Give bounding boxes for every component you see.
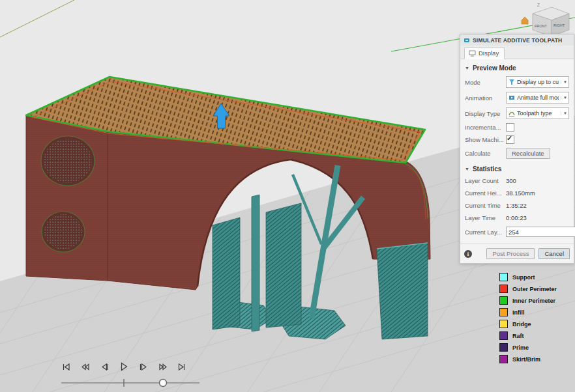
inner-perimeter-swatch xyxy=(499,296,508,305)
info-icon[interactable]: i xyxy=(464,250,472,258)
legend-label: Support xyxy=(512,274,535,281)
current-time-label: Current Time xyxy=(465,202,506,209)
stat-row: Current Lay... xyxy=(465,227,569,237)
chevron-down-icon: ▼ xyxy=(561,111,567,115)
outer-perimeter-swatch xyxy=(499,285,508,293)
cancel-button[interactable]: Cancel xyxy=(538,248,570,259)
post-process-button[interactable]: Post Process xyxy=(486,248,535,259)
legend-label: Bridge xyxy=(512,321,531,328)
display-type-value: Toolpath type xyxy=(517,110,559,117)
chevron-down-icon: ▼ xyxy=(561,96,567,100)
current-layer-label: Current Lay... xyxy=(465,229,506,236)
hole-lower xyxy=(42,212,85,252)
display-mode-icon xyxy=(509,79,515,85)
z-axis-label: Z xyxy=(537,3,540,7)
support-swatch xyxy=(499,273,508,281)
y-axis-line xyxy=(0,0,74,37)
mode-dropdown[interactable]: Display up to curre... ▼ xyxy=(506,76,569,88)
viewcube-front-label: FRONT xyxy=(535,24,548,28)
display-tab-icon xyxy=(469,50,476,57)
incremental-label: Incrementa... xyxy=(465,124,506,131)
animation-icon xyxy=(509,94,515,101)
application-window: Z FRONT RIGHT SIMULATE ADDITIVE TOOLPATH… xyxy=(0,0,575,392)
current-time-value: 1:35:22 xyxy=(506,202,527,209)
legend-item: Inner Perimeter xyxy=(499,296,557,305)
collapse-triangle-icon: ▼ xyxy=(465,66,469,70)
legend-label: Skirt/Brim xyxy=(512,356,540,363)
dialog-header[interactable]: SIMULATE ADDITIVE TOOLPATH xyxy=(460,35,574,46)
tab-display-label: Display xyxy=(479,49,499,57)
rewind-button[interactable] xyxy=(78,359,93,374)
legend-item: Bridge xyxy=(499,320,557,328)
slider-handle[interactable] xyxy=(160,380,167,387)
legend-item: Raft xyxy=(499,331,557,340)
skip-to-start-button[interactable] xyxy=(59,359,73,374)
dialog-footer: i Post Process Cancel xyxy=(460,244,574,263)
dialog-title: SIMULATE ADDITIVE TOOLPATH xyxy=(473,37,562,44)
stat-row: Layer Count 300 xyxy=(465,177,569,184)
legend-item: Outer Perimeter xyxy=(499,285,557,293)
stat-row: Current Time 1:35:22 xyxy=(465,202,569,209)
animation-label: Animation xyxy=(465,94,506,102)
section-preview-mode[interactable]: ▼ Preview Mode xyxy=(465,64,569,72)
bridge-swatch xyxy=(499,320,508,328)
mode-value: Display up to curre... xyxy=(517,79,559,85)
legend-item: Prime xyxy=(499,343,557,352)
play-button[interactable] xyxy=(117,359,131,374)
legend-item: Infill xyxy=(499,308,557,316)
layer-time-label: Layer Time xyxy=(465,214,506,221)
simulate-toolpath-icon xyxy=(464,37,470,44)
legend-label: Outer Perimeter xyxy=(512,286,557,292)
display-type-dropdown[interactable]: Toolpath type ▼ xyxy=(506,107,569,119)
legend-item: Support xyxy=(499,273,557,281)
chevron-down-icon: ▼ xyxy=(561,80,567,84)
legend-label: Infill xyxy=(512,309,525,316)
recalculate-button[interactable]: Recalculate xyxy=(506,148,550,159)
playback-controls xyxy=(59,359,189,374)
animation-value: Animate full model xyxy=(517,94,559,101)
section-statistics[interactable]: ▼ Statistics xyxy=(465,165,569,173)
view-cube[interactable]: Z FRONT RIGHT xyxy=(522,3,569,36)
incremental-checkbox[interactable] xyxy=(506,123,514,132)
tab-display[interactable]: Display xyxy=(464,48,505,59)
home-icon[interactable] xyxy=(522,17,528,24)
legend-label: Prime xyxy=(512,344,529,351)
mode-label: Mode xyxy=(465,79,506,86)
hole-upper xyxy=(41,136,95,186)
display-type-label: Display Type xyxy=(465,110,506,117)
calculate-label: Calculate xyxy=(465,150,506,157)
section-statistics-label: Statistics xyxy=(473,165,501,173)
animation-dropdown[interactable]: Animate full model ▼ xyxy=(506,92,569,104)
toolpath-type-icon xyxy=(509,110,515,117)
infill-swatch xyxy=(499,308,508,316)
skirt-brim-swatch xyxy=(499,355,508,363)
current-height-value: 38.150mm xyxy=(506,189,535,197)
stat-row: Current Hei... 38.150mm xyxy=(465,189,569,197)
step-back-button[interactable] xyxy=(97,359,111,374)
legend-label: Inner Perimeter xyxy=(512,298,555,304)
layer-count-label: Layer Count xyxy=(465,177,506,184)
toolpath-legend: Support Outer Perimeter Inner Perimeter … xyxy=(499,273,557,367)
collapse-triangle-icon: ▼ xyxy=(465,167,469,171)
stat-row: Layer Time 0:00:23 xyxy=(465,214,569,221)
timeline-slider[interactable] xyxy=(59,375,202,392)
simulate-additive-toolpath-dialog: SIMULATE ADDITIVE TOOLPATH Display ▼ Pre… xyxy=(460,34,574,264)
legend-item: Skirt/Brim xyxy=(499,355,557,363)
show-machine-checkbox[interactable] xyxy=(506,135,514,144)
show-machine-label: Show Machi... xyxy=(465,136,506,143)
current-height-label: Current Hei... xyxy=(465,189,506,197)
section-preview-mode-label: Preview Mode xyxy=(473,64,516,72)
fast-forward-button[interactable] xyxy=(155,359,170,374)
dialog-tabbar: Display xyxy=(460,46,574,59)
legend-label: Raft xyxy=(512,333,524,339)
skip-to-end-button[interactable] xyxy=(175,359,189,374)
step-forward-button[interactable] xyxy=(136,359,151,374)
raft-swatch xyxy=(499,331,508,340)
prime-swatch xyxy=(499,343,508,352)
viewcube-right-label: RIGHT xyxy=(553,23,565,27)
layer-time-value: 0:00:23 xyxy=(506,214,527,221)
layer-count-value: 300 xyxy=(506,177,516,184)
current-layer-input[interactable] xyxy=(506,227,575,237)
